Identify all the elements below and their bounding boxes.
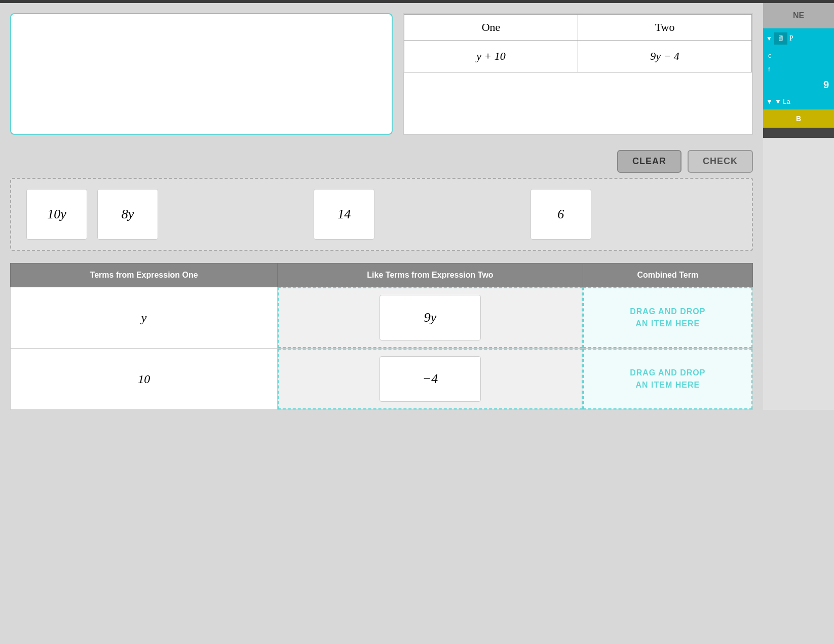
answer-row-2: 10 −4 DRAG AND DROPAN ITEM HERE [11, 349, 753, 410]
drag-card-14[interactable]: 14 [314, 189, 374, 240]
la-label: ▼ La [775, 98, 790, 105]
main-white-box [10, 13, 393, 135]
row2-drop-text: DRAG AND DROPAN ITEM HERE [630, 367, 705, 391]
sidebar-panel-teal: ▼ 🖥 P [763, 28, 834, 49]
sidebar-dark-button[interactable] [763, 128, 834, 138]
expr-row1-col1: y + 10 [404, 41, 578, 72]
drag-card-8y[interactable]: 8y [97, 189, 158, 240]
top-section: One Two y + 10 9y − 4 [0, 3, 763, 145]
answer-col2-header: Like Terms from Expression Two [278, 263, 583, 287]
answer-col1-header: Terms from Expression One [11, 263, 278, 287]
row1-term-two-drop[interactable]: 9y [278, 287, 582, 348]
main-content: One Two y + 10 9y − 4 CLEAR CHECK [0, 3, 834, 410]
row1-drop-text: DRAG AND DROPAN ITEM HERE [630, 306, 705, 330]
check-button[interactable]: CHECK [688, 150, 753, 173]
answer-table-wrapper: Terms from Expression One Like Terms fro… [10, 263, 753, 410]
clear-button[interactable]: CLEAR [617, 150, 681, 173]
la-triangle-icon: ▼ [766, 98, 773, 105]
row2-combined-drop[interactable]: DRAG AND DROPAN ITEM HERE [583, 349, 752, 409]
row2-term-two-filled-card: −4 [380, 356, 481, 402]
expr-col2-header: Two [578, 15, 752, 41]
row1-term-two-cell[interactable]: 9y [278, 287, 583, 349]
answer-col3-header: Combined Term [583, 263, 752, 287]
expressions-table: One Two y + 10 9y − 4 [404, 14, 752, 72]
expr-row1-col2: 9y − 4 [578, 41, 752, 72]
right-sidebar: NE ▼ 🖥 P c f 9 ▼ ▼ La B [763, 3, 834, 410]
sidebar-c-text: c [763, 49, 834, 62]
row1-term-two-filled-card: 9y [380, 295, 481, 340]
row1-term-one: y [11, 287, 278, 349]
row2-term-one: 10 [11, 349, 278, 410]
row2-term-two-cell[interactable]: −4 [278, 349, 583, 410]
center-area: One Two y + 10 9y − 4 CLEAR CHECK [0, 3, 763, 410]
drag-card-6[interactable]: 6 [530, 189, 591, 240]
sidebar-yellow-button[interactable]: B [763, 109, 834, 128]
ne-button[interactable]: NE [763, 3, 834, 28]
row1-combined-cell[interactable]: DRAG AND DROPAN ITEM HERE [583, 287, 752, 349]
monitor-icon: 🖥 [774, 32, 787, 45]
row2-combined-cell[interactable]: DRAG AND DROPAN ITEM HERE [583, 349, 752, 410]
row1-combined-drop[interactable]: DRAG AND DROPAN ITEM HERE [583, 287, 752, 348]
sidebar-la-section: ▼ ▼ La [763, 94, 834, 109]
sidebar-f-text: f [763, 62, 834, 76]
buttons-area: CLEAR CHECK [0, 145, 763, 178]
drag-area: 10y 8y 14 6 [10, 178, 753, 251]
expr-col1-header: One [404, 15, 578, 41]
answer-table: Terms from Expression One Like Terms fro… [10, 263, 753, 410]
row2-term-two-drop[interactable]: −4 [278, 349, 582, 409]
panel-triangle-icon: ▼ [766, 35, 772, 43]
drag-card-10y[interactable]: 10y [26, 189, 87, 240]
sidebar-num-value: 9 [763, 76, 834, 94]
answer-row-1: y 9y DRAG AND DROPAN ITEM HERE [11, 287, 753, 349]
panel-p-label: P [789, 34, 793, 43]
expression-table-box: One Two y + 10 9y − 4 [403, 13, 753, 135]
